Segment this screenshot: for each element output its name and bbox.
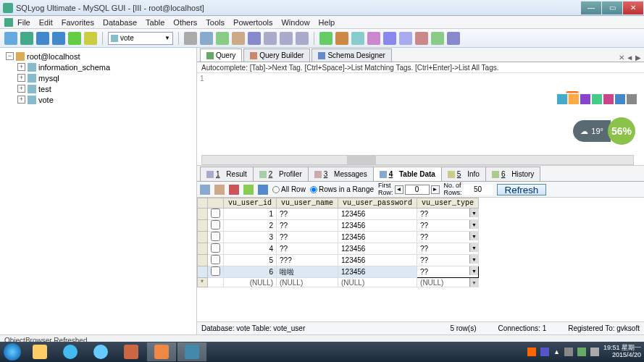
taskbar-app-2[interactable] — [86, 342, 115, 361]
tool-icon-5[interactable] — [264, 32, 277, 45]
first-row-next-button[interactable]: ► — [431, 185, 440, 194]
menu-favorites[interactable]: Favorites — [62, 18, 94, 27]
tool-icon-4[interactable] — [248, 32, 261, 45]
type-dropdown-icon[interactable]: ▼ — [469, 209, 478, 217]
tree-db-vote[interactable]: + vote — [3, 94, 193, 105]
type-dropdown-icon[interactable]: ▼ — [469, 266, 478, 275]
tree-db-information-schema[interactable]: + information_schema — [3, 62, 193, 72]
menu-database[interactable]: Database — [103, 18, 137, 27]
new-connection-icon[interactable] — [4, 32, 17, 45]
menu-table[interactable]: Table — [146, 18, 164, 27]
taskbar-app-1[interactable] — [56, 342, 85, 361]
backup-icon[interactable] — [367, 32, 380, 45]
first-row-input[interactable] — [405, 185, 430, 195]
grid-view-icon[interactable] — [200, 185, 210, 195]
data-grid[interactable]: vu_user_id vu_user_name vu_user_password… — [197, 198, 644, 321]
window-minimize-button[interactable]: — — [581, 1, 601, 14]
object-browser[interactable]: − root@localhost + information_schema + … — [0, 48, 197, 334]
tab-history[interactable]: 6 History — [485, 167, 540, 181]
all-row-radio[interactable]: All Row — [272, 185, 306, 193]
menu-others[interactable]: Others — [173, 18, 197, 27]
menu-powertools[interactable]: Powertools — [233, 18, 272, 27]
ime-icon-5[interactable] — [603, 94, 614, 104]
refresh-icon[interactable] — [20, 32, 33, 45]
menu-tools[interactable]: Tools — [206, 18, 225, 27]
tab-query-builder[interactable]: Query Builder — [243, 49, 310, 62]
tree-expand-icon[interactable]: + — [17, 96, 25, 104]
taskbar-sqlyog[interactable] — [177, 342, 206, 361]
export-icon[interactable] — [335, 32, 348, 45]
execute-icon[interactable] — [36, 32, 49, 45]
ime-icon-7[interactable] — [627, 94, 637, 104]
system-menu-icon[interactable] — [4, 18, 13, 27]
report-icon[interactable] — [399, 32, 412, 45]
num-rows-input[interactable] — [464, 185, 493, 195]
tab-profiler[interactable]: 2 Profiler — [253, 167, 309, 181]
type-dropdown-icon[interactable]: ▼ — [469, 232, 478, 240]
tool-icon-6[interactable] — [280, 32, 293, 45]
tab-info[interactable]: 5 Info — [441, 167, 486, 181]
tool-icon-3[interactable] — [232, 32, 245, 45]
col-vu-user-password[interactable]: vu_user_password — [338, 198, 417, 209]
ime-icon-1[interactable] — [557, 94, 567, 104]
format-icon[interactable] — [68, 32, 81, 45]
tree-collapse-icon[interactable]: − — [6, 52, 14, 60]
save-icon[interactable] — [84, 32, 97, 45]
tray-sogou-icon[interactable] — [527, 348, 536, 356]
tool-icon-1[interactable] — [200, 32, 213, 45]
ime-toolbar[interactable] — [556, 93, 638, 106]
window-maximize-button[interactable]: ▭ — [602, 1, 622, 14]
misc-icon-2[interactable] — [431, 32, 444, 45]
tree-expand-icon[interactable]: + — [17, 63, 25, 71]
form-view-icon[interactable] — [214, 185, 225, 195]
type-dropdown-icon[interactable]: ▼ — [469, 255, 478, 264]
type-dropdown-icon[interactable]: ▼ — [469, 243, 478, 252]
tree-db-test[interactable]: + test — [3, 83, 193, 94]
tool-icon-2[interactable] — [216, 32, 229, 45]
tray-icon-2[interactable] — [564, 348, 573, 356]
import-icon[interactable] — [351, 32, 364, 45]
tray-icon-1[interactable] — [540, 348, 549, 356]
taskbar-app-4[interactable] — [147, 342, 176, 361]
tab-table-data[interactable]: 4 Table Data — [373, 167, 442, 181]
editor-horizontal-scrollbar[interactable] — [201, 155, 634, 165]
tool-icon-7[interactable] — [296, 32, 309, 45]
menu-edit[interactable]: Edit — [39, 18, 53, 27]
type-dropdown-icon[interactable]: ▼ — [469, 220, 478, 229]
col-vu-user-name[interactable]: vu_user_name — [277, 198, 338, 209]
taskbar-explorer[interactable] — [25, 342, 54, 361]
weather-widget[interactable]: ☁19° 56% — [573, 117, 635, 145]
tab-schema-designer[interactable]: Schema Designer — [311, 49, 391, 62]
system-tray[interactable]: ▲ 19:51 星期一 2015/4/20 — [527, 345, 644, 359]
cancel-row-icon[interactable] — [258, 185, 268, 195]
type-dropdown-icon[interactable]: ▼ — [469, 278, 478, 287]
misc-icon-1[interactable] — [415, 32, 428, 45]
menu-help[interactable]: Help — [319, 18, 335, 27]
col-vu-user-type[interactable]: vu_user_type — [417, 198, 479, 209]
ime-icon-4[interactable] — [592, 94, 602, 104]
sync-icon[interactable] — [319, 32, 333, 45]
tab-query[interactable]: Query — [200, 49, 242, 62]
ime-icon-3[interactable] — [580, 94, 590, 104]
tray-volume-icon[interactable] — [590, 348, 599, 356]
schedule-icon[interactable] — [383, 32, 396, 45]
misc-icon-3[interactable] — [447, 32, 460, 45]
col-vu-user-id[interactable]: vu_user_id — [224, 198, 277, 209]
menu-file[interactable]: File — [17, 18, 30, 27]
save-row-icon[interactable] — [243, 185, 254, 195]
user-icon[interactable] — [184, 32, 197, 45]
tray-flag-icon[interactable]: ▲ — [553, 348, 560, 355]
start-button[interactable] — [0, 342, 25, 362]
delete-row-icon[interactable] — [229, 185, 239, 195]
refresh-button[interactable]: Refresh — [497, 184, 547, 195]
taskbar-app-3[interactable] — [117, 342, 146, 361]
tree-db-mysql[interactable]: + mysql — [3, 72, 193, 83]
first-row-prev-button[interactable]: ◄ — [395, 185, 403, 194]
close-tab-icon[interactable]: ✕ ◄ ▶ — [619, 54, 641, 62]
tree-root[interactable]: − root@localhost — [3, 51, 193, 62]
ime-icon-2[interactable] — [569, 94, 579, 104]
tree-expand-icon[interactable]: + — [17, 74, 25, 82]
execute-all-icon[interactable] — [52, 32, 65, 45]
tab-messages[interactable]: 3 Messages — [308, 167, 374, 181]
window-close-button[interactable]: ✕ — [623, 1, 643, 14]
